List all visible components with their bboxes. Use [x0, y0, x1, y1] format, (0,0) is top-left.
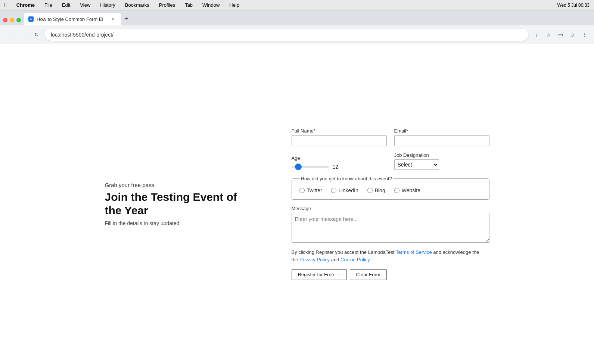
- addressbar-right-icons: ↓ ☆ ▭ ☺ ⋮: [531, 29, 590, 40]
- address-bar[interactable]: localhost:5500/end-project/: [45, 29, 528, 41]
- form-panel: Full Name* Email* Age 12 Job Designation…: [292, 128, 489, 280]
- job-label: Job Designation: [394, 152, 489, 158]
- traffic-light-yellow[interactable]: [10, 18, 14, 22]
- message-textarea[interactable]: [292, 213, 489, 243]
- profile-icon[interactable]: ☺: [567, 29, 578, 40]
- message-group: Message: [292, 206, 489, 243]
- terms-text-1: By clicking Register you accept the Lamb…: [292, 249, 396, 255]
- menu-chrome[interactable]: Chrome: [15, 1, 36, 9]
- register-button[interactable]: Register for Free →: [292, 269, 347, 280]
- how-fieldset: How did you get to know about this event…: [292, 176, 489, 200]
- tab-close-button[interactable]: ×: [110, 16, 116, 22]
- form-left-panel: Grab your free pass Join the Testing Eve…: [105, 182, 247, 226]
- radio-twitter-text: Twitter: [307, 187, 322, 193]
- forward-button[interactable]: →: [18, 29, 28, 40]
- menu-profiles[interactable]: Profiles: [158, 1, 177, 9]
- name-email-row: Full Name* Email*: [292, 128, 489, 146]
- radio-website-label[interactable]: Website: [394, 187, 420, 193]
- radio-blog-text: Blog: [375, 187, 385, 193]
- terms-text-2: and acknowledge the: [432, 249, 479, 255]
- page-content: Grab your free pass Join the Testing Eve…: [0, 44, 594, 364]
- address-text: localhost:5500/end-project/: [51, 32, 113, 38]
- back-button[interactable]: ←: [4, 29, 15, 40]
- menu-bookmarks[interactable]: Bookmarks: [124, 1, 151, 9]
- age-slider-row: 12: [292, 164, 387, 170]
- menu-tab[interactable]: Tab: [183, 1, 194, 9]
- new-tab-button[interactable]: +: [121, 13, 131, 24]
- reload-button[interactable]: ↻: [31, 29, 42, 40]
- terms-text: By clicking Register you accept the Lamb…: [292, 249, 489, 263]
- chrome-tabbar: ● How to Style Common Form El × +: [0, 10, 594, 25]
- full-name-label: Full Name*: [292, 128, 387, 134]
- radio-twitter[interactable]: [299, 188, 305, 193]
- page-heading: Join the Testing Event of the Year: [105, 190, 247, 217]
- clear-form-button[interactable]: Clear Form: [350, 269, 387, 280]
- full-name-input[interactable]: [292, 135, 387, 146]
- radio-website[interactable]: [394, 188, 399, 193]
- radio-blog-label[interactable]: Blog: [367, 187, 385, 193]
- menu-window[interactable]: Window: [201, 1, 221, 9]
- age-slider[interactable]: [292, 166, 329, 168]
- apple-logo-icon: : [4, 2, 7, 9]
- menu-edit[interactable]: Edit: [60, 1, 72, 9]
- job-select[interactable]: Select Developer Designer Manager Other: [394, 159, 439, 170]
- menu-file[interactable]: File: [43, 1, 54, 9]
- grab-text: Grab your free pass: [105, 182, 247, 188]
- more-menu-icon[interactable]: ⋮: [579, 29, 590, 40]
- tab-title: How to Style Common Form El: [37, 16, 103, 22]
- email-label: Email*: [394, 128, 489, 134]
- chrome-addressbar: ← → ↻ localhost:5500/end-project/ ↓ ☆ ▭ …: [0, 25, 594, 44]
- menu-view[interactable]: View: [78, 1, 92, 9]
- full-name-group: Full Name*: [292, 128, 387, 146]
- privacy-policy-link[interactable]: Privacy Policy: [299, 257, 330, 262]
- tab-favicon-icon: ●: [28, 16, 34, 22]
- menu-history[interactable]: History: [99, 1, 116, 9]
- download-icon[interactable]: ↓: [531, 29, 542, 40]
- radio-linkedin[interactable]: [331, 188, 336, 193]
- radio-group: Twitter LinkedIn Blog Website: [299, 187, 482, 193]
- message-label: Message: [292, 206, 489, 211]
- age-group: Age 12: [292, 155, 387, 170]
- how-legend: How did you get to know about this event…: [299, 176, 394, 181]
- traffic-light-green[interactable]: [16, 18, 21, 22]
- traffic-lights: [3, 18, 24, 25]
- cookie-policy-link[interactable]: Cookie Policy: [340, 257, 370, 262]
- radio-linkedin-text: LinkedIn: [339, 187, 358, 193]
- age-label: Age: [292, 155, 387, 161]
- traffic-light-red[interactable]: [3, 18, 7, 22]
- terms-text-spacer: the: [292, 257, 300, 262]
- page-subtitle: Fill in the details to stay updated!: [105, 220, 247, 226]
- mac-menubar:  Chrome File Edit View History Bookmark…: [0, 0, 594, 10]
- active-tab[interactable]: ● How to Style Common Form El ×: [24, 13, 121, 25]
- split-view-icon[interactable]: ▭: [555, 29, 566, 40]
- email-group: Email*: [394, 128, 489, 146]
- radio-website-text: Website: [402, 187, 420, 193]
- clock: Wed 5 Jul 00:33: [557, 3, 590, 8]
- radio-blog[interactable]: [367, 188, 373, 193]
- bookmark-icon[interactable]: ☆: [543, 29, 554, 40]
- terms-of-service-link[interactable]: Terms of Service: [396, 249, 432, 255]
- job-designation-group: Job Designation Select Developer Designe…: [394, 152, 489, 170]
- menubar-right-icons: Wed 5 Jul 00:33: [557, 3, 590, 8]
- email-input[interactable]: [394, 135, 489, 146]
- radio-twitter-label[interactable]: Twitter: [299, 187, 322, 193]
- age-job-row: Age 12 Job Designation Select Developer …: [292, 152, 489, 170]
- radio-linkedin-label[interactable]: LinkedIn: [331, 187, 358, 193]
- button-row: Register for Free → Clear Form: [292, 269, 489, 280]
- terms-text-3: and: [330, 257, 340, 262]
- menu-help[interactable]: Help: [228, 1, 241, 9]
- age-value: 12: [333, 164, 340, 170]
- tab-strip: ● How to Style Common Form El × +: [24, 13, 591, 25]
